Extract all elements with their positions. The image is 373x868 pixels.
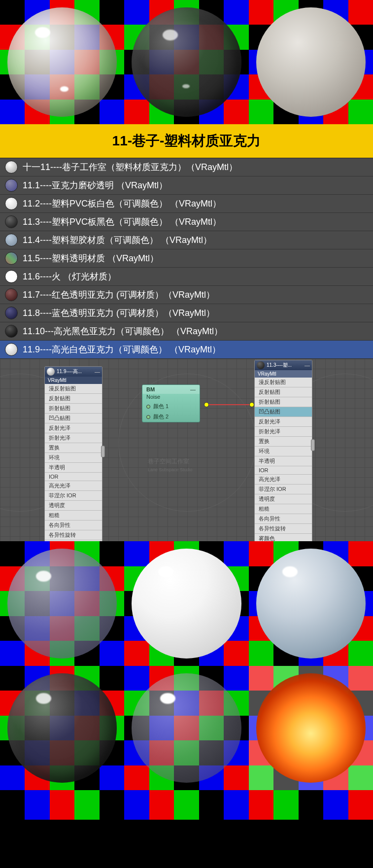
bottom-preview-row <box>0 666 373 790</box>
resize-handle[interactable] <box>101 446 105 457</box>
node-slot[interactable]: 折射光泽 <box>255 427 312 437</box>
node-slot[interactable]: 粗糙 <box>255 504 312 514</box>
material-row-m8[interactable]: 11.8----蓝色透明亚克力 (可调材质）（VRayMtl） <box>0 304 373 322</box>
material-row-m10[interactable]: 11.10---高光黑色亚克力（可调颜色） （VRayMtl） <box>0 322 373 341</box>
preview-clear <box>124 666 248 790</box>
material-label: 11.2----塑料PVC板白色（可调颜色） （VRayMtl） <box>23 198 221 209</box>
node-slot[interactable]: 反射贴图 <box>45 394 102 404</box>
preview-dark <box>124 0 248 124</box>
material-label: 11.1----亚克力磨砂透明 （VRayMtl） <box>23 179 168 191</box>
preview-dark2 <box>0 666 124 790</box>
minimize-icon[interactable]: — <box>95 369 100 375</box>
node-header[interactable]: 11.9----高... — <box>45 367 102 377</box>
material-row-m2[interactable]: 11.2----塑料PVC板白色（可调颜色） （VRayMtl） <box>0 195 373 213</box>
material-ball-icon <box>5 325 18 338</box>
material-label: 11.7----红色透明亚克力 (可调材质）（VRayMtl） <box>23 289 215 301</box>
material-label: 11.8----蓝色透明亚克力 (可调材质）（VRayMtl） <box>23 307 215 319</box>
material-row-m6[interactable]: 11.6----火 （灯光材质） <box>0 268 373 286</box>
node-slot[interactable]: 反射光泽 <box>255 417 312 427</box>
node-slot[interactable]: 粗糙 <box>45 511 102 521</box>
material-label: 十一11----巷子工作室（塑料材质亚克力）（VRayMtl） <box>23 161 237 173</box>
port-icon[interactable] <box>146 405 150 409</box>
material-ball-icon <box>5 270 18 283</box>
node-slot[interactable]: 置换 <box>45 443 102 453</box>
material-list: 十一11----巷子工作室（塑料材质亚克力）（VRayMtl）11.1----亚… <box>0 158 373 359</box>
port-icon[interactable] <box>146 415 150 419</box>
material-ball-icon <box>5 288 18 301</box>
node-slot[interactable]: 菲涅尔 IOR <box>45 491 102 501</box>
material-label: 11.10---高光黑色亚克力（可调颜色） （VRayMtl） <box>23 325 223 337</box>
preview-fire <box>249 666 373 790</box>
node-slot[interactable]: IOR <box>255 466 312 475</box>
node-title: 11.9----高... <box>57 368 95 375</box>
material-label: 11.9----高光白色亚克力（可调颜色） （VRayMtl） <box>23 344 221 355</box>
node-vraymtl-right[interactable]: 11.3----塑... — VRayMtl 漫反射贴图反射贴图折射贴图凹凸贴图… <box>254 360 312 541</box>
node-slot[interactable]: 高光光泽 <box>255 475 312 485</box>
bm-title: BM <box>146 386 155 392</box>
node-slot[interactable]: 反射贴图 <box>255 387 312 397</box>
material-row-m3[interactable]: 11.3----塑料PVC板黑色（可调颜色） （VRayMtl） <box>0 213 373 231</box>
resize-handle[interactable] <box>311 439 315 451</box>
node-slot[interactable]: 各异性旋转 <box>45 530 102 540</box>
connection-wire[interactable] <box>209 404 251 405</box>
material-row-m1[interactable]: 11.1----亚克力磨砂透明 （VRayMtl） <box>0 176 373 195</box>
material-label: 11.5----塑料透明材质 （VRayMtl） <box>23 252 159 264</box>
node-bm-noise[interactable]: BM— Noise 颜色 1 颜色 2 <box>142 384 200 422</box>
node-type: VRayMtl <box>45 377 102 384</box>
material-ball-icon <box>5 161 18 174</box>
top-preview-row <box>0 0 373 124</box>
node-title: 11.3----塑... <box>267 362 305 369</box>
bottom-strip <box>0 790 373 820</box>
node-slot[interactable]: IOR <box>45 473 102 481</box>
material-ball-icon <box>5 343 18 356</box>
node-slot[interactable]: 反射光泽 <box>45 423 102 433</box>
node-slot[interactable]: 透明度 <box>255 494 312 504</box>
node-slot[interactable]: 凹凸贴图 <box>255 407 312 417</box>
preview-frosted <box>0 541 124 665</box>
node-slot[interactable]: 折射贴图 <box>255 397 312 407</box>
node-header[interactable]: 11.3----塑... — <box>255 360 312 370</box>
node-editor[interactable]: 巷子空间工作室Lane Subspace Studio 11.9----高...… <box>0 359 373 541</box>
node-slot[interactable]: 置换 <box>255 437 312 447</box>
node-slot[interactable]: 各向异性 <box>255 514 312 524</box>
material-ball-icon <box>5 252 18 265</box>
node-slot[interactable]: 折射贴图 <box>45 404 102 414</box>
material-ball-icon <box>5 197 18 210</box>
node-slot[interactable]: 漫反射贴图 <box>45 384 102 394</box>
material-row-m9[interactable]: 11.9----高光白色亚克力（可调颜色） （VRayMtl） <box>0 341 373 359</box>
preview-glass <box>0 0 124 124</box>
node-slot[interactable]: 雾颜色 <box>255 534 312 541</box>
material-ball-icon <box>5 179 18 192</box>
mid-preview-row <box>0 541 373 665</box>
minimize-icon[interactable]: — <box>305 362 310 368</box>
node-slot[interactable]: 环境 <box>255 447 312 456</box>
material-row-m7[interactable]: 11.7----红色透明亚克力 (可调材质）（VRayMtl） <box>0 286 373 304</box>
node-slot[interactable]: 漫反射贴图 <box>255 378 312 387</box>
node-slot[interactable]: 高光光泽 <box>45 481 102 491</box>
node-slot[interactable]: 各异性旋转 <box>255 524 312 534</box>
preview-white <box>124 541 248 665</box>
material-row-m0[interactable]: 十一11----巷子工作室（塑料材质亚克力）（VRayMtl） <box>0 158 373 176</box>
node-slot[interactable]: 凹凸贴图 <box>45 414 102 423</box>
material-ball-icon <box>5 215 18 228</box>
material-ball-icon <box>257 361 265 369</box>
node-slot[interactable]: 各向异性 <box>45 521 102 530</box>
material-row-m5[interactable]: 11.5----塑料透明材质 （VRayMtl） <box>0 249 373 268</box>
node-slot[interactable]: 环境 <box>45 453 102 463</box>
material-ball-icon <box>5 234 18 246</box>
preview-blue <box>249 541 373 665</box>
node-type: VRayMtl <box>255 370 312 378</box>
node-vraymtl-left[interactable]: 11.9----高... — VRayMtl 漫反射贴图反射贴图折射贴图凹凸贴图… <box>44 366 102 541</box>
material-label: 11.4----塑料塑胶材质（可调颜色） （VRayMtl） <box>23 234 212 246</box>
node-slot[interactable]: 半透明 <box>255 456 312 466</box>
node-slot[interactable]: 菲涅尔 IOR <box>255 485 312 494</box>
node-slot[interactable]: 透明度 <box>45 501 102 511</box>
material-label: 11.3----塑料PVC板黑色（可调颜色） （VRayMtl） <box>23 216 221 228</box>
material-ball-icon <box>5 307 18 319</box>
color2-label: 颜色 2 <box>153 413 196 420</box>
node-slot[interactable]: 半透明 <box>45 463 102 473</box>
node-slot[interactable]: 折射光泽 <box>45 433 102 443</box>
material-row-m4[interactable]: 11.4----塑料塑胶材质（可调颜色） （VRayMtl） <box>0 231 373 249</box>
minimize-icon[interactable]: — <box>190 386 196 392</box>
material-ball-icon <box>47 368 55 376</box>
